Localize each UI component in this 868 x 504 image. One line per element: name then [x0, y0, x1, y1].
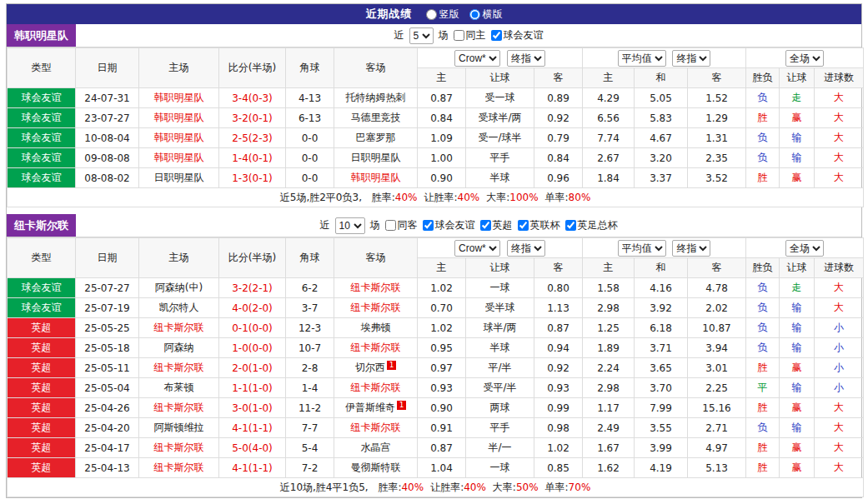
score-cell: 1-0(0-0) [219, 338, 286, 358]
handicap-result-cell: 输 [780, 338, 815, 358]
team-name[interactable]: 曼彻斯特联 [351, 462, 401, 473]
final-odds-select[interactable]: 终指 [672, 240, 710, 257]
average-select[interactable]: 平均值 [618, 240, 666, 257]
checkbox-input-同主[interactable] [454, 30, 464, 41]
goals-cell: 大 [815, 278, 864, 298]
score-cell: 2-5(2-3) [219, 128, 286, 148]
avg-home-cell: 1.89 [583, 338, 635, 358]
team-name[interactable]: 马德里竞技 [351, 112, 401, 123]
team-name[interactable]: 日职明星队 [351, 152, 401, 163]
layout-radio-input[interactable] [426, 9, 437, 20]
summary-stat: 单率:70% [545, 482, 591, 493]
avg-home-cell: 1.58 [583, 278, 635, 298]
avg-draw-cell: 3.70 [635, 378, 688, 398]
col-handicap-result: 让球 [780, 258, 815, 278]
final-odds-select[interactable]: 终指 [507, 240, 545, 257]
avg-home-cell: 2.98 [583, 298, 635, 318]
checkbox-input-英足总杯[interactable] [565, 220, 576, 231]
layout-radio-group: 竖版横版 [426, 7, 503, 22]
final-odds-select[interactable]: 终指 [672, 50, 710, 67]
filter-checkbox-同主[interactable]: 同主 [454, 28, 486, 42]
team-name[interactable]: 日职明星队 [154, 172, 204, 183]
type-cell: 球会友谊 [8, 128, 76, 148]
team-name[interactable]: 阿斯顿维拉 [154, 422, 204, 433]
scope-select[interactable]: 全场 [785, 240, 824, 257]
col-away: 客场 [334, 48, 418, 88]
odds-home-cell: 0.93 [418, 378, 466, 398]
away-team-cell: 曼彻斯特联 [334, 458, 418, 478]
filter-checkbox-英联杯[interactable]: 英联杯 [518, 218, 560, 232]
team-name[interactable]: 韩职明星队 [154, 152, 204, 163]
away-team-cell: 水晶宫 [334, 438, 418, 458]
handicap-result-cell: 输 [780, 318, 815, 338]
match-count-select[interactable]: 5 [409, 27, 434, 44]
filter-checkbox-球会友谊[interactable]: 球会友谊 [423, 218, 475, 232]
final-odds-select[interactable]: 终指 [507, 50, 545, 67]
checkbox-input-英联杯[interactable] [518, 220, 529, 231]
team-name[interactable]: 韩职明星队 [154, 112, 204, 123]
team-name[interactable]: 纽卡斯尔联 [154, 442, 204, 453]
checkbox-input-同客[interactable] [385, 220, 396, 231]
team-name[interactable]: 纽卡斯尔联 [351, 422, 401, 433]
layout-radio-竖版[interactable]: 竖版 [426, 7, 459, 22]
team-name-header: 纽卡斯尔联 [7, 214, 76, 237]
team-name[interactable]: 韩职明星队 [351, 172, 401, 183]
team-name[interactable]: 纽卡斯尔联 [154, 402, 204, 413]
bookmaker-select[interactable]: Crow* [454, 50, 500, 67]
team-name[interactable]: 韩职明星队 [154, 132, 204, 143]
checkbox-input-英超[interactable] [480, 220, 491, 231]
goals-cell: 大 [815, 148, 864, 168]
checkbox-input-球会友谊[interactable] [491, 30, 502, 41]
team-name[interactable]: 纽卡斯尔联 [154, 362, 204, 373]
filter-checkbox-球会友谊[interactable]: 球会友谊 [491, 28, 544, 42]
handicap-result-cell: 输 [780, 148, 815, 168]
bookmaker-select[interactable]: Crow* [454, 240, 500, 257]
odds-away-cell: 1.13 [534, 298, 583, 318]
team-name[interactable]: 凯尔特人 [159, 302, 199, 313]
table-header-group-row: 类型 日期 主场 比分(半场) 角球 客场 Crow* 终指 平均值 终指 [8, 238, 864, 258]
result-cell: 胜 [746, 108, 780, 128]
team-name[interactable]: 阿森纳(中) [155, 282, 203, 293]
type-cell: 英超 [8, 398, 76, 418]
scope-select[interactable]: 全场 [785, 50, 824, 67]
team-name[interactable]: 水晶宫 [361, 442, 391, 453]
match-count-select[interactable]: 10 [335, 217, 365, 234]
team-name[interactable]: 埃弗顿 [361, 322, 391, 333]
layout-radio-横版[interactable]: 横版 [469, 7, 503, 22]
odds-home-cell: 0.90 [418, 398, 466, 418]
team-name[interactable]: 布莱顿 [164, 382, 194, 393]
filter-checkbox-英足总杯[interactable]: 英足总杯 [565, 218, 618, 232]
goals-cell: 大 [815, 398, 864, 418]
checkbox-input-球会友谊[interactable] [423, 220, 434, 231]
filter-checkbox-同客[interactable]: 同客 [385, 218, 418, 232]
result-cell: 负 [746, 88, 780, 108]
team-name[interactable]: 阿森纳 [164, 342, 194, 353]
team-name[interactable]: 纽卡斯尔联 [154, 462, 204, 473]
team-name[interactable]: 伊普斯维奇 [345, 402, 395, 413]
recent-results-widget: 近期战绩 竖版横版 韩职明星队 近5场同主球会友谊 类型 日期 主场 比分(半场… [6, 3, 862, 498]
avg-draw-cell: 3.99 [635, 438, 688, 458]
away-team-cell: 马德里竞技 [334, 108, 418, 128]
average-select[interactable]: 平均值 [618, 50, 666, 67]
team-name[interactable]: 韩职明星队 [154, 92, 204, 103]
team-name[interactable]: 巴塞罗那 [356, 132, 396, 143]
team-name[interactable]: 切尔西 [355, 362, 385, 373]
team-name[interactable]: 纽卡斯尔联 [351, 302, 401, 313]
handicap-cell: 平手 [466, 418, 534, 438]
handicap-result-cell: 输 [780, 418, 815, 438]
avg-away-cell: 2.25 [688, 378, 746, 398]
home-team-cell: 阿斯顿维拉 [139, 418, 219, 438]
team-name[interactable]: 托特纳姆热刺 [346, 92, 406, 103]
topbar: 近期战绩 竖版横版 [7, 4, 861, 24]
corner-cell: 5-4 [286, 438, 334, 458]
result-cell: 胜 [746, 398, 780, 418]
team-name[interactable]: 纽卡斯尔联 [351, 382, 401, 393]
odds-away-cell: 0.87 [534, 318, 583, 338]
team-name[interactable]: 纽卡斯尔联 [351, 342, 401, 353]
handicap-result-cell: 赢 [780, 108, 815, 128]
team-name[interactable]: 纽卡斯尔联 [154, 322, 204, 333]
handicap-cell: 球半/两 [466, 318, 534, 338]
layout-radio-input[interactable] [469, 9, 480, 20]
filter-checkbox-英超[interactable]: 英超 [480, 218, 513, 232]
team-name[interactable]: 纽卡斯尔联 [351, 282, 401, 293]
